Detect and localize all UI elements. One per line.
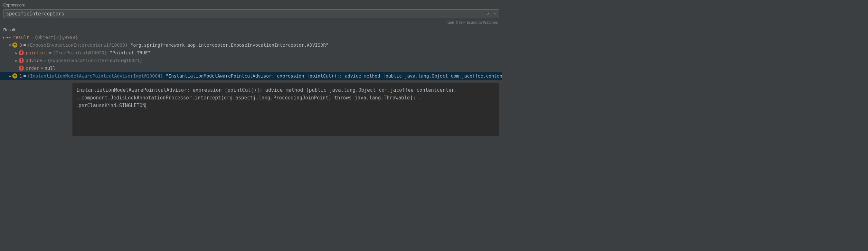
expression-input[interactable] [6,11,481,17]
watch-icon: 👓 [6,35,11,40]
field-icon: f [19,66,24,71]
expand-arrow-icon[interactable]: ▶ [14,59,19,62]
tree-row-order[interactable]: f order = null [0,64,502,72]
expand-editor-button[interactable]: ⤢ [484,9,491,18]
chevron-down-icon [494,12,496,15]
tree-row-item-0[interactable]: ▼ ≡ 0 = {ExposeInvocationInterceptor$1@1… [0,41,502,49]
equals-sep: = [43,58,46,63]
tree-row-pointcut[interactable]: ▶ f pointcut = {TruePointcut@10020} "Poi… [0,49,502,57]
collapse-arrow-icon[interactable]: ▼ [1,36,6,39]
var-type: {ExposeInvocationInterceptor$1@10003} [27,42,128,48]
collapse-arrow-icon[interactable]: ▼ [8,43,12,47]
equals-sep: = [23,42,26,48]
var-tostring: "org.springframework.aop.interceptor.Exp… [130,42,329,48]
var-name: order [26,66,39,71]
tree-row-item-1[interactable]: ▶ ≡ 1 = {InstantiationModelAwarePointcut… [0,72,502,80]
var-value: {Object[2]@9999} [34,35,78,40]
soft-wrap-icon: ↘ [76,104,79,108]
expand-icon: ⤢ [487,12,489,16]
var-value: null [45,66,56,71]
result-label: Result: [3,27,499,32]
detail-line-3: perClauseKind=SINGLETON [79,103,146,108]
var-name: advice [26,58,42,63]
detail-line-2: .component.JedisLockAnnotationProcessor.… [79,95,419,101]
tree-row-advice[interactable]: ▶ f advice = {ExposeInvocationIntercepto… [0,57,502,64]
var-type: {ExposeInvocationInterceptor@10021} [47,58,142,63]
var-name: 1 [19,73,22,79]
var-name: result [13,35,29,40]
soft-wrap-icon: ↙ [418,96,421,100]
soft-wrap-icon: ↘ [76,96,79,100]
expand-arrow-icon[interactable]: ▶ [14,51,19,55]
history-dropdown-button[interactable] [491,9,499,18]
var-tostring: "Pointcut.TRUE" [110,50,150,55]
soft-wrap-icon: ↙ [454,89,457,93]
equals-sep: = [23,73,26,79]
var-tostring: "InstantiationModelAwarePointcutAdvisor:… [166,73,502,79]
expand-arrow-icon[interactable]: ▶ [8,74,12,78]
expression-input-wrap[interactable] [3,9,484,18]
value-detail-pane[interactable]: InstantiationModelAwarePointcutAdvisor: … [72,83,499,136]
var-type: {InstantiationModelAwarePointcutAdvisorI… [27,73,163,79]
var-name: pointcut [26,50,47,55]
field-icon: f [19,58,24,63]
var-name: 0 [19,42,22,48]
expression-label: Expression: [3,3,499,7]
var-type: {TruePointcut@10020} [53,50,107,55]
tree-row-result[interactable]: ▼ 👓 result = {Object[2]@9999} [0,33,502,41]
array-element-icon: ≡ [12,42,18,48]
equals-sep: = [31,35,33,40]
text-caret [146,103,146,108]
detail-line-1: InstantiationModelAwarePointcutAdvisor: … [76,87,454,93]
equals-sep: = [49,50,51,55]
array-element-icon: ≡ [12,73,18,79]
equals-sep: = [40,66,43,71]
field-icon: f [19,50,24,55]
add-to-watches-hint: Use ⇧⌘↩ to add to Watches [3,18,499,26]
